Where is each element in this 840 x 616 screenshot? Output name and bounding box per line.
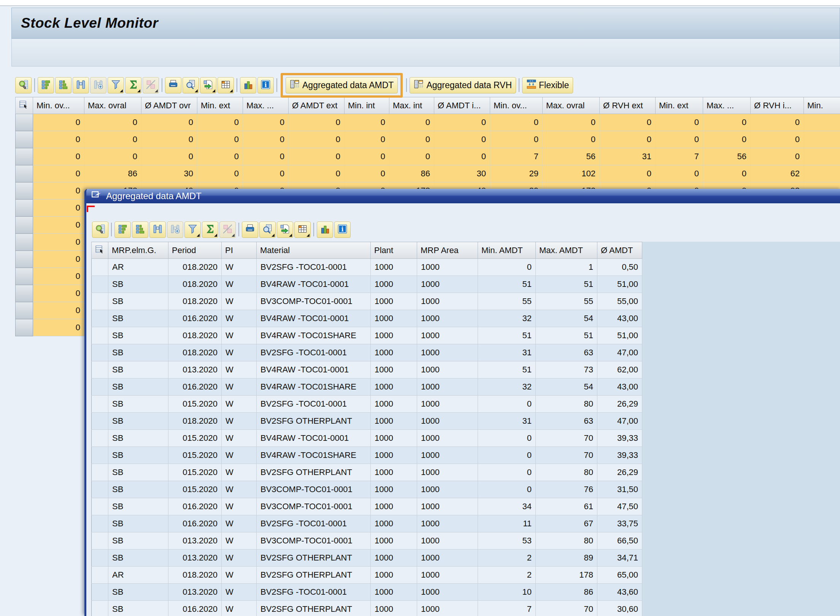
cell[interactable]: 47,00	[597, 344, 642, 361]
cell[interactable]: 0	[289, 165, 345, 182]
cell[interactable]: 1000	[417, 344, 478, 361]
cell[interactable]: 1000	[417, 259, 478, 276]
cell[interactable]: 1000	[371, 310, 417, 327]
cell[interactable]: 31	[478, 413, 536, 430]
cell[interactable]: 0	[389, 148, 434, 165]
cell[interactable]: AR	[108, 259, 168, 276]
column-header[interactable]: MRP Area	[417, 242, 478, 259]
cell[interactable]: 26,29	[597, 396, 642, 413]
cell[interactable]: 86	[536, 584, 597, 601]
cell[interactable]: 1000	[417, 361, 478, 378]
cell[interactable]: 0	[434, 148, 490, 165]
row-selector[interactable]	[92, 549, 108, 567]
cell[interactable]: 0	[751, 148, 804, 165]
cell[interactable]: 1000	[371, 259, 417, 276]
dialog-title-bar[interactable]: Aggregated data AMDT	[86, 189, 840, 203]
cell[interactable]: 1000	[417, 532, 478, 549]
cell[interactable]: 0	[243, 131, 289, 148]
cell[interactable]: 0	[141, 131, 197, 148]
cell[interactable]: W	[222, 310, 257, 327]
cell[interactable]: 1000	[371, 567, 417, 584]
cell[interactable]: BV4RAW -TOC01SHARE	[257, 378, 371, 396]
cell[interactable]: BV4RAW -TOC01-0001	[257, 310, 371, 327]
cell[interactable]: 62	[751, 165, 804, 182]
print-preview-button[interactable]	[259, 222, 276, 238]
cell[interactable]: 0	[434, 131, 490, 148]
cell[interactable]: 0	[197, 114, 243, 131]
cell[interactable]: 7	[656, 148, 703, 165]
cell[interactable]: 0	[243, 165, 289, 182]
cell[interactable]: 1000	[417, 430, 478, 447]
cell[interactable]: 66,50	[597, 532, 642, 549]
cell[interactable]: 018.2020	[168, 276, 222, 293]
cell[interactable]: W	[222, 344, 257, 361]
cell[interactable]: W	[222, 259, 257, 276]
cell[interactable]: W	[222, 276, 257, 293]
cell[interactable]: W	[222, 532, 257, 549]
sort-descending-button[interactable]	[132, 222, 148, 238]
row-selector[interactable]	[92, 361, 108, 378]
cell[interactable]: 1000	[417, 396, 478, 413]
find-next-button[interactable]	[90, 77, 106, 93]
cell[interactable]: BV4RAW -TOC01SHARE	[257, 327, 371, 344]
cell[interactable]: W	[222, 584, 257, 601]
cell[interactable]: 1000	[417, 327, 478, 344]
cell[interactable]: W	[222, 413, 257, 430]
cell[interactable]: 0	[33, 182, 84, 200]
cell[interactable]: 1000	[417, 310, 478, 327]
cell[interactable]: 013.2020	[168, 549, 222, 567]
cell[interactable]: 47,50	[597, 498, 642, 515]
cell[interactable]: 0	[33, 268, 84, 285]
row-selector[interactable]	[92, 413, 108, 430]
cell[interactable]: 015.2020	[168, 447, 222, 464]
row-selector[interactable]	[16, 114, 33, 131]
cell[interactable]: BV3COMP-TOC01-0001	[257, 532, 371, 549]
cell[interactable]: 1000	[417, 567, 478, 584]
cell[interactable]: 0	[345, 131, 389, 148]
cell[interactable]: 63	[536, 413, 597, 430]
column-header[interactable]: Min. AMDT	[478, 242, 536, 259]
cell[interactable]: 0	[543, 131, 600, 148]
cell[interactable]: 015.2020	[168, 481, 222, 498]
cell[interactable]: 015.2020	[168, 464, 222, 481]
cell[interactable]: W	[222, 498, 257, 515]
cell[interactable]: BV2SFG OTHERPLANT	[257, 601, 371, 616]
row-selector[interactable]	[92, 601, 108, 616]
cell[interactable]: 1000	[417, 464, 478, 481]
cell[interactable]: 43,00	[597, 378, 642, 396]
column-header[interactable]: Plant	[371, 242, 417, 259]
flexible-button[interactable]: Flexible	[522, 77, 573, 93]
cell[interactable]: 0	[33, 251, 84, 268]
cell[interactable]: 016.2020	[168, 310, 222, 327]
column-header[interactable]: Ø AMDT ext	[289, 97, 345, 114]
cell[interactable]: 1000	[371, 293, 417, 310]
column-header[interactable]: Min. ext	[197, 97, 243, 114]
cell[interactable]: 0	[33, 114, 84, 131]
cell[interactable]: 32	[478, 378, 536, 396]
cell[interactable]: 0	[33, 200, 84, 217]
cell[interactable]: 0	[600, 131, 656, 148]
cell[interactable]: 30	[141, 165, 197, 182]
cell[interactable]	[804, 131, 840, 148]
cell[interactable]: 62,00	[597, 361, 642, 378]
row-selector[interactable]	[16, 251, 33, 268]
row-selector[interactable]	[16, 182, 33, 200]
cell[interactable]: 1000	[371, 584, 417, 601]
cell[interactable]: W	[222, 378, 257, 396]
cell[interactable]: 31	[478, 344, 536, 361]
column-header[interactable]: Min. ov...	[490, 97, 543, 114]
cell[interactable]: 1000	[371, 601, 417, 616]
cell[interactable]: 0	[478, 481, 536, 498]
cell[interactable]: SB	[108, 413, 168, 430]
cell[interactable]: BV2SFG OTHERPLANT	[257, 413, 371, 430]
cell[interactable]: 0	[703, 114, 751, 131]
cell[interactable]: SB	[108, 584, 168, 601]
filter-button[interactable]	[108, 77, 124, 93]
cell[interactable]: 0	[289, 114, 345, 131]
sum-button[interactable]	[202, 222, 218, 238]
cell[interactable]: 7	[490, 148, 543, 165]
cell[interactable]: 76	[536, 481, 597, 498]
column-header[interactable]: Ø AMDT	[597, 242, 642, 259]
sort-ascending-button[interactable]	[38, 77, 54, 93]
print-preview-button[interactable]	[183, 77, 199, 93]
